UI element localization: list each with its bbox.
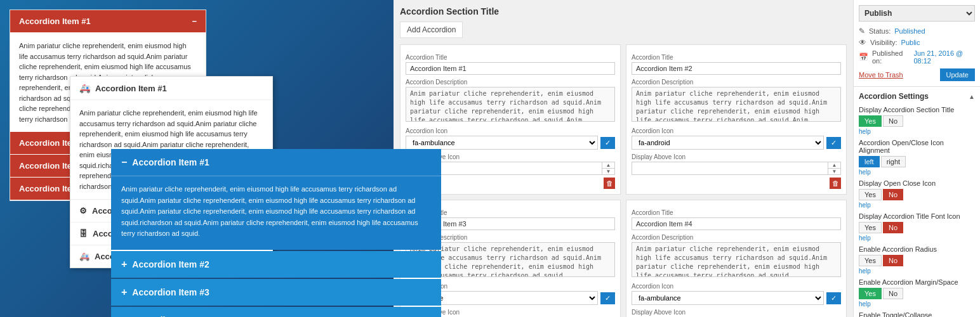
card4-icon-label: Accordion Icon [632, 283, 841, 290]
toggle-yes-1[interactable]: Yes [859, 115, 882, 127]
status-label: Status: [869, 27, 891, 35]
card2-icon-row: fa-android ✓ [632, 136, 841, 150]
card2-title-input[interactable] [632, 62, 841, 75]
setting-title-font-icon: Display Accordion Title Font Icon Yes No… [859, 212, 975, 242]
calendar-icon: 📅 [859, 53, 868, 61]
pencil-icon: ✎ [859, 27, 865, 36]
accordion-red-item-1-header[interactable]: Accordion Item #1 − [10, 10, 206, 32]
toggle-right-2[interactable]: right [881, 156, 906, 167]
toggle-yes-5[interactable]: Yes [859, 255, 882, 266]
card1-desc-textarea[interactable]: Anim pariatur cliche reprehenderit, enim… [406, 87, 615, 122]
card1-delete-button[interactable]: 🗑 [604, 178, 615, 189]
move-to-trash-link[interactable]: Move to Trash [859, 71, 903, 79]
card2-display-arrows: ▲ ▼ [828, 162, 840, 174]
accordion-blue-item-4-header[interactable]: + Accordion Item #4 [111, 307, 441, 317]
card1-down-arrow[interactable]: ▼ [602, 169, 614, 174]
card2-down-arrow[interactable]: ▼ [828, 169, 840, 174]
page-title: Accordion Section Title [400, 6, 847, 16]
setting-toggle-collapse: Enable Toggle/Collapse Yes No [859, 311, 975, 317]
card1-icon-confirm-button[interactable]: ✓ [600, 137, 615, 149]
left-panel: Accordion Item #1 − Anim pariatur cliche… [0, 0, 394, 317]
accordion-blue-item-2-header[interactable]: + Accordion Item #2 [111, 251, 441, 278]
help-link-6[interactable]: help [859, 301, 975, 307]
plus-icon-blue-3: + [121, 287, 127, 298]
toggle-no-1[interactable]: No [883, 115, 903, 127]
setting-radius: Enable Accordion Radius Yes No help [859, 245, 975, 275]
plus-icon-blue-2: + [121, 259, 127, 270]
card2-title-label: Accordion Title [632, 54, 841, 61]
accordion-blue: − Accordion Item #1 Anim pariatur cliche… [111, 149, 441, 317]
card3-icon-confirm-button[interactable]: ✓ [600, 292, 615, 304]
card1-icon-select[interactable]: fa-ambulance [406, 136, 598, 150]
accordion-grid: Accordion Title Accordion Description An… [400, 44, 847, 317]
card2-icon-confirm-button[interactable]: ✓ [826, 137, 841, 149]
card1-desc-label: Accordion Description [406, 79, 615, 86]
card1-title-label: Accordion Title [406, 54, 615, 61]
ambulance-icon: 🚑 [79, 83, 90, 93]
setting-open-close-icon-toggle: Yes No [859, 189, 975, 200]
setting-section-title-toggle: Yes No [859, 115, 975, 127]
help-link-4[interactable]: help [859, 235, 975, 242]
toggle-no-3[interactable]: No [883, 189, 903, 200]
card2-delete-button[interactable]: 🗑 [830, 178, 841, 189]
toggle-left-2[interactable]: left [859, 156, 880, 167]
visibility-row: 👁 Visibility: Public [859, 38, 975, 47]
card2-display-input[interactable] [632, 162, 828, 174]
card4-desc-textarea[interactable]: Anim pariatur cliche reprehenderit, enim… [632, 242, 841, 277]
plus-icon-blue-4: + [121, 314, 127, 317]
help-link-1[interactable]: help [859, 128, 975, 135]
settings-collapse-arrow[interactable]: ▲ [969, 93, 975, 100]
help-link-3[interactable]: help [859, 202, 975, 209]
minus-icon-blue: − [121, 157, 127, 168]
toggle-no-6[interactable]: No [883, 288, 903, 299]
accordion-blue-item-1-header[interactable]: − Accordion Item #1 [111, 149, 441, 176]
setting-title-font-icon-toggle: Yes No [859, 222, 975, 233]
publish-section: Publish ✎ Status: Published 👁 Visibility… [854, 0, 980, 87]
card2-up-arrow[interactable]: ▲ [828, 162, 840, 169]
help-link-5[interactable]: help [859, 268, 975, 275]
accordion-white-item-1-header[interactable]: 🚑 Accordion Item #1 [70, 77, 272, 100]
publish-select[interactable]: Publish [859, 5, 975, 22]
status-link[interactable]: Published [894, 27, 925, 35]
visibility-label: Visibility: [870, 39, 897, 46]
setting-margin-space: Enable Accordion Margin/Space Yes No hel… [859, 278, 975, 307]
toggle-no-4[interactable]: No [883, 222, 903, 233]
gear-icon-2: ⚙ [79, 206, 87, 216]
setting-section-title: Display Accordion Section Title Yes No h… [859, 106, 975, 135]
setting-margin-space-toggle: Yes No [859, 288, 975, 299]
edit-area: Accordion Section Title Add Accordion Ac… [394, 0, 853, 317]
toggle-yes-4[interactable]: Yes [859, 222, 882, 233]
card4-icon-select[interactable]: fa-ambulance [632, 291, 824, 305]
status-row: ✎ Status: Published [859, 27, 975, 36]
right-panel: Accordion Section Title Add Accordion Ac… [394, 0, 980, 317]
update-button[interactable]: Update [940, 68, 975, 81]
help-link-2[interactable]: help [859, 169, 975, 176]
card1-icon-label: Accordion Icon [406, 127, 615, 134]
archive-icon: 🗄 [79, 229, 88, 238]
add-accordion-button[interactable]: Add Accordion [400, 22, 463, 38]
card1-icon-row: fa-ambulance ✓ [406, 136, 615, 150]
toggle-yes-3[interactable]: Yes [859, 189, 882, 200]
visibility-link[interactable]: Public [901, 39, 920, 46]
setting-open-close-icon: Display Open Close Icon Yes No help [859, 179, 975, 209]
published-row: 📅 Published on: Jun 21, 2016 @ 08:12 [859, 49, 975, 65]
toggle-yes-6[interactable]: Yes [859, 288, 882, 299]
published-label: Published on: [872, 49, 910, 65]
card4-desc-label: Accordion Description [632, 234, 841, 241]
card2-icon-select[interactable]: fa-android [632, 136, 824, 150]
eye-icon: 👁 [859, 38, 866, 47]
published-link[interactable]: Jun 21, 2016 @ 08:12 [913, 49, 975, 65]
card2-desc-label: Accordion Description [632, 79, 841, 86]
toggle-no-5[interactable]: No [883, 255, 903, 266]
card4-display-label: Display Above Icon [632, 309, 841, 316]
card4-icon-confirm-button[interactable]: ✓ [826, 292, 841, 304]
card2-desc-textarea[interactable]: Anim pariatur cliche reprehenderit, enim… [632, 87, 841, 122]
card1-title-input[interactable] [406, 62, 615, 75]
accordion-blue-item-3-header[interactable]: + Accordion Item #3 [111, 279, 441, 306]
card4-title-input[interactable] [632, 217, 841, 230]
card1-up-arrow[interactable]: ▲ [602, 162, 614, 169]
minus-icon: − [192, 16, 197, 26]
card2-display-input-row: ▲ ▼ [632, 162, 841, 175]
settings-sidebar: Publish ✎ Status: Published 👁 Visibility… [853, 0, 980, 317]
accordion-settings-section: Accordion Settings ▲ Display Accordion S… [854, 87, 980, 317]
